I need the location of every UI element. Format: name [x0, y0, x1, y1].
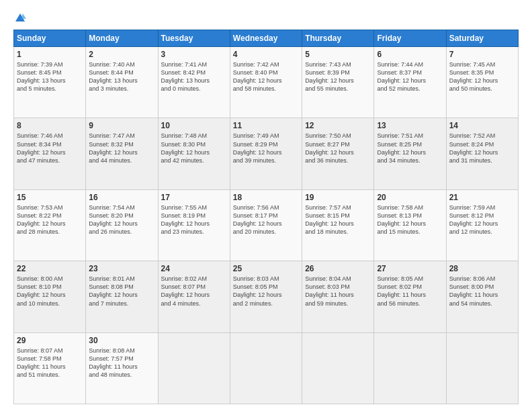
day-info: Sunrise: 8:04 AM Sunset: 8:03 PM Dayligh… — [305, 275, 371, 308]
day-number: 4 — [233, 50, 299, 59]
day-info: Sunrise: 7:39 AM Sunset: 8:45 PM Dayligh… — [17, 60, 83, 93]
day-info: Sunrise: 7:41 AM Sunset: 8:42 PM Dayligh… — [161, 60, 227, 93]
day-info: Sunrise: 7:50 AM Sunset: 8:27 PM Dayligh… — [305, 132, 371, 165]
calendar-cell — [302, 332, 374, 404]
day-number: 13 — [377, 121, 443, 130]
day-number: 7 — [449, 50, 515, 59]
day-number: 2 — [89, 50, 154, 59]
logo — [13, 12, 26, 24]
week-row-3: 15Sunrise: 7:53 AM Sunset: 8:22 PM Dayli… — [14, 189, 519, 261]
day-info: Sunrise: 8:07 AM Sunset: 7:58 PM Dayligh… — [17, 347, 83, 379]
day-info: Sunrise: 7:44 AM Sunset: 8:37 PM Dayligh… — [377, 60, 443, 93]
day-header-monday: Monday — [86, 30, 158, 47]
calendar-cell: 14Sunrise: 7:52 AM Sunset: 8:24 PM Dayli… — [446, 118, 518, 189]
day-number: 18 — [233, 193, 299, 202]
calendar-cell: 24Sunrise: 8:02 AM Sunset: 8:07 PM Dayli… — [158, 261, 230, 332]
day-info: Sunrise: 7:49 AM Sunset: 8:29 PM Dayligh… — [233, 132, 299, 165]
week-row-4: 22Sunrise: 8:00 AM Sunset: 8:10 PM Dayli… — [14, 261, 519, 332]
calendar-cell: 11Sunrise: 7:49 AM Sunset: 8:29 PM Dayli… — [230, 118, 302, 189]
day-info: Sunrise: 7:55 AM Sunset: 8:19 PM Dayligh… — [161, 203, 227, 236]
calendar-cell: 21Sunrise: 7:59 AM Sunset: 8:12 PM Dayli… — [446, 189, 518, 261]
calendar-cell: 25Sunrise: 8:03 AM Sunset: 8:05 PM Dayli… — [230, 261, 302, 332]
day-number: 30 — [89, 336, 154, 345]
day-info: Sunrise: 8:01 AM Sunset: 8:08 PM Dayligh… — [89, 275, 154, 308]
day-info: Sunrise: 7:46 AM Sunset: 8:34 PM Dayligh… — [17, 132, 83, 165]
day-number: 29 — [17, 336, 83, 345]
header — [13, 12, 519, 24]
calendar-cell: 2Sunrise: 7:40 AM Sunset: 8:44 PM Daylig… — [86, 47, 158, 118]
day-header-tuesday: Tuesday — [158, 30, 230, 47]
page: SundayMondayTuesdayWednesdayThursdayFrid… — [0, 0, 532, 411]
calendar-cell: 30Sunrise: 8:08 AM Sunset: 7:57 PM Dayli… — [86, 332, 158, 404]
day-number: 15 — [17, 193, 83, 202]
day-number: 11 — [233, 121, 299, 130]
day-number: 6 — [377, 50, 443, 59]
calendar-cell: 23Sunrise: 8:01 AM Sunset: 8:08 PM Dayli… — [86, 261, 158, 332]
day-number: 21 — [449, 193, 515, 202]
day-number: 19 — [305, 193, 371, 202]
day-header-thursday: Thursday — [302, 30, 374, 47]
day-info: Sunrise: 7:52 AM Sunset: 8:24 PM Dayligh… — [449, 132, 515, 165]
day-number: 12 — [305, 121, 371, 130]
calendar-cell: 9Sunrise: 7:47 AM Sunset: 8:32 PM Daylig… — [86, 118, 158, 189]
day-number: 3 — [161, 50, 227, 59]
day-info: Sunrise: 7:57 AM Sunset: 8:15 PM Dayligh… — [305, 203, 371, 236]
day-info: Sunrise: 7:48 AM Sunset: 8:30 PM Dayligh… — [161, 132, 227, 165]
calendar-cell: 22Sunrise: 8:00 AM Sunset: 8:10 PM Dayli… — [14, 261, 86, 332]
calendar-cell: 29Sunrise: 8:07 AM Sunset: 7:58 PM Dayli… — [14, 332, 86, 404]
day-info: Sunrise: 8:05 AM Sunset: 8:02 PM Dayligh… — [377, 275, 443, 308]
logo-icon — [14, 12, 26, 24]
calendar-cell: 10Sunrise: 7:48 AM Sunset: 8:30 PM Dayli… — [158, 118, 230, 189]
day-number: 22 — [17, 264, 83, 273]
day-header-wednesday: Wednesday — [230, 30, 302, 47]
day-number: 23 — [89, 264, 154, 273]
day-number: 5 — [305, 50, 371, 59]
day-header-sunday: Sunday — [14, 30, 86, 47]
calendar-cell: 4Sunrise: 7:42 AM Sunset: 8:40 PM Daylig… — [230, 47, 302, 118]
day-info: Sunrise: 7:40 AM Sunset: 8:44 PM Dayligh… — [89, 60, 154, 93]
calendar-cell — [230, 332, 302, 404]
day-info: Sunrise: 8:06 AM Sunset: 8:00 PM Dayligh… — [449, 275, 515, 308]
calendar-cell: 19Sunrise: 7:57 AM Sunset: 8:15 PM Dayli… — [302, 189, 374, 261]
calendar-cell — [446, 332, 518, 404]
day-info: Sunrise: 7:45 AM Sunset: 8:35 PM Dayligh… — [449, 60, 515, 93]
calendar-cell: 27Sunrise: 8:05 AM Sunset: 8:02 PM Dayli… — [374, 261, 446, 332]
day-info: Sunrise: 7:53 AM Sunset: 8:22 PM Dayligh… — [17, 203, 83, 236]
calendar-cell — [158, 332, 230, 404]
calendar-cell: 12Sunrise: 7:50 AM Sunset: 8:27 PM Dayli… — [302, 118, 374, 189]
day-number: 24 — [161, 264, 227, 273]
day-info: Sunrise: 7:42 AM Sunset: 8:40 PM Dayligh… — [233, 60, 299, 93]
day-info: Sunrise: 7:59 AM Sunset: 8:12 PM Dayligh… — [449, 203, 515, 236]
day-info: Sunrise: 7:47 AM Sunset: 8:32 PM Dayligh… — [89, 132, 154, 165]
calendar-cell: 3Sunrise: 7:41 AM Sunset: 8:42 PM Daylig… — [158, 47, 230, 118]
calendar-cell: 6Sunrise: 7:44 AM Sunset: 8:37 PM Daylig… — [374, 47, 446, 118]
calendar-cell: 18Sunrise: 7:56 AM Sunset: 8:17 PM Dayli… — [230, 189, 302, 261]
day-header-friday: Friday — [374, 30, 446, 47]
day-info: Sunrise: 7:56 AM Sunset: 8:17 PM Dayligh… — [233, 203, 299, 236]
day-number: 16 — [89, 193, 154, 202]
day-info: Sunrise: 7:43 AM Sunset: 8:39 PM Dayligh… — [305, 60, 371, 93]
calendar-cell: 16Sunrise: 7:54 AM Sunset: 8:20 PM Dayli… — [86, 189, 158, 261]
day-info: Sunrise: 7:58 AM Sunset: 8:13 PM Dayligh… — [377, 203, 443, 236]
day-info: Sunrise: 7:54 AM Sunset: 8:20 PM Dayligh… — [89, 203, 154, 236]
calendar-cell — [374, 332, 446, 404]
day-number: 25 — [233, 264, 299, 273]
day-number: 17 — [161, 193, 227, 202]
day-number: 20 — [377, 193, 443, 202]
calendar-cell: 20Sunrise: 7:58 AM Sunset: 8:13 PM Dayli… — [374, 189, 446, 261]
calendar-cell: 1Sunrise: 7:39 AM Sunset: 8:45 PM Daylig… — [14, 47, 86, 118]
day-number: 8 — [17, 121, 83, 130]
week-row-2: 8Sunrise: 7:46 AM Sunset: 8:34 PM Daylig… — [14, 118, 519, 189]
day-header-saturday: Saturday — [446, 30, 518, 47]
day-number: 1 — [17, 50, 83, 59]
day-number: 28 — [449, 264, 515, 273]
calendar-cell: 26Sunrise: 8:04 AM Sunset: 8:03 PM Dayli… — [302, 261, 374, 332]
day-number: 27 — [377, 264, 443, 273]
calendar-header-row: SundayMondayTuesdayWednesdayThursdayFrid… — [14, 30, 519, 47]
day-info: Sunrise: 8:03 AM Sunset: 8:05 PM Dayligh… — [233, 275, 299, 308]
calendar-cell: 17Sunrise: 7:55 AM Sunset: 8:19 PM Dayli… — [158, 189, 230, 261]
day-info: Sunrise: 7:51 AM Sunset: 8:25 PM Dayligh… — [377, 132, 443, 165]
calendar-cell: 8Sunrise: 7:46 AM Sunset: 8:34 PM Daylig… — [14, 118, 86, 189]
day-number: 9 — [89, 121, 154, 130]
calendar-cell: 13Sunrise: 7:51 AM Sunset: 8:25 PM Dayli… — [374, 118, 446, 189]
